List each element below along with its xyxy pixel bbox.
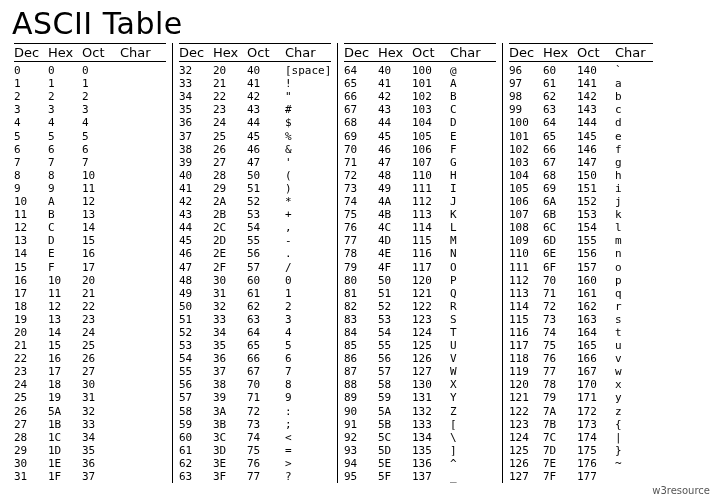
- cell-oct: 176: [577, 457, 611, 470]
- cell-dec: 95: [344, 470, 378, 483]
- table-row: 11270160p: [509, 274, 653, 287]
- cell-char: x: [611, 378, 653, 391]
- cell-oct: 56: [247, 247, 281, 260]
- column-header-char: Char: [611, 46, 653, 59]
- cell-char: k: [611, 208, 653, 221]
- cell-oct: 161: [577, 287, 611, 300]
- table-row: 332141!: [179, 77, 331, 90]
- cell-char: [116, 221, 166, 234]
- cell-dec: 66: [344, 90, 378, 103]
- cell-hex: 7F: [543, 470, 577, 483]
- cell-oct: 52: [247, 195, 281, 208]
- cell-hex: 4B: [378, 208, 412, 221]
- cell-oct: 134: [412, 431, 446, 444]
- cell-oct: 20: [82, 274, 116, 287]
- table-row: 382646&: [179, 143, 331, 156]
- cell-char: V: [446, 352, 496, 365]
- cell-dec: 119: [509, 365, 543, 378]
- cell-hex: 5B: [378, 418, 412, 431]
- cell-char: o: [611, 261, 653, 274]
- table-row: 10A12: [14, 195, 166, 208]
- cell-oct: 152: [577, 195, 611, 208]
- cell-char: !: [281, 77, 331, 90]
- cell-char: [116, 378, 166, 391]
- cell-oct: 147: [577, 156, 611, 169]
- table-row: 6945105E: [344, 130, 496, 143]
- cell-hex: 1F: [48, 470, 82, 483]
- cell-oct: 17: [82, 261, 116, 274]
- cell-char: [116, 352, 166, 365]
- cell-hex: 78: [543, 378, 577, 391]
- table-row: 191323: [14, 313, 166, 326]
- cell-hex: 7B: [543, 418, 577, 431]
- cell-char: :: [281, 405, 331, 418]
- table-row: 6642102B: [344, 90, 496, 103]
- cell-hex: 59: [378, 391, 412, 404]
- cell-oct: 11: [82, 182, 116, 195]
- column-header-hex: Hex: [378, 46, 412, 59]
- cell-hex: 27: [213, 156, 247, 169]
- cell-hex: 51: [378, 287, 412, 300]
- table-row: 8757127W: [344, 365, 496, 378]
- cell-dec: 114: [509, 300, 543, 313]
- cell-char: [116, 339, 166, 352]
- table-row: 281C34: [14, 431, 166, 444]
- cell-oct: 116: [412, 247, 446, 260]
- cell-char: f: [611, 143, 653, 156]
- table-row: 342242": [179, 90, 331, 103]
- cell-oct: 145: [577, 130, 611, 143]
- cell-dec: 74: [344, 195, 378, 208]
- cell-oct: 46: [247, 143, 281, 156]
- cell-char: /: [281, 261, 331, 274]
- cell-oct: 125: [412, 339, 446, 352]
- cell-dec: 26: [14, 405, 48, 418]
- cell-dec: 65: [344, 77, 378, 90]
- cell-hex: 6: [48, 143, 82, 156]
- cell-oct: 105: [412, 130, 446, 143]
- table-row: 12179171y: [509, 391, 653, 404]
- table-row: 352343#: [179, 103, 331, 116]
- cell-dec: 42: [179, 195, 213, 208]
- cell-oct: 70: [247, 378, 281, 391]
- cell-oct: 115: [412, 234, 446, 247]
- cell-hex: 69: [543, 182, 577, 195]
- column-header-char: Char: [446, 46, 496, 59]
- cell-hex: 5A: [378, 405, 412, 418]
- table-row: 1237B173{: [509, 418, 653, 431]
- table-row: 271B33: [14, 418, 166, 431]
- cell-oct: 121: [412, 287, 446, 300]
- column-header-oct: Oct: [82, 46, 116, 59]
- footer-credit: w3resource: [652, 485, 710, 496]
- cell-dec: 80: [344, 274, 378, 287]
- table-row: 000: [14, 64, 166, 77]
- cell-oct: 162: [577, 300, 611, 313]
- cell-oct: 132: [412, 405, 446, 418]
- table-row: 5032622: [179, 300, 331, 313]
- cell-char: `: [611, 64, 653, 77]
- table-row: 5436666: [179, 352, 331, 365]
- cell-char: 3: [281, 313, 331, 326]
- table-row: 583A72:: [179, 405, 331, 418]
- cell-dec: 1: [14, 77, 48, 90]
- cell-oct: 130: [412, 378, 446, 391]
- table-row: 15F17: [14, 261, 166, 274]
- cell-hex: 16: [48, 352, 82, 365]
- column-header-hex: Hex: [543, 46, 577, 59]
- cell-oct: 15: [82, 234, 116, 247]
- cell-hex: 3C: [213, 431, 247, 444]
- cell-char: <: [281, 431, 331, 444]
- table-row: 7349111I: [344, 182, 496, 195]
- cell-hex: 3E: [213, 457, 247, 470]
- cell-oct: 42: [247, 90, 281, 103]
- table-row: 784E116N: [344, 247, 496, 260]
- cell-hex: 22: [213, 90, 247, 103]
- cell-char: D: [446, 116, 496, 129]
- cell-char: &: [281, 143, 331, 156]
- cell-hex: 9: [48, 182, 82, 195]
- cell-oct: 74: [247, 431, 281, 444]
- table-row: 11371161q: [509, 287, 653, 300]
- cell-char: m: [611, 234, 653, 247]
- cell-dec: 3: [14, 103, 48, 116]
- cell-char: g: [611, 156, 653, 169]
- cell-oct: 35: [82, 444, 116, 457]
